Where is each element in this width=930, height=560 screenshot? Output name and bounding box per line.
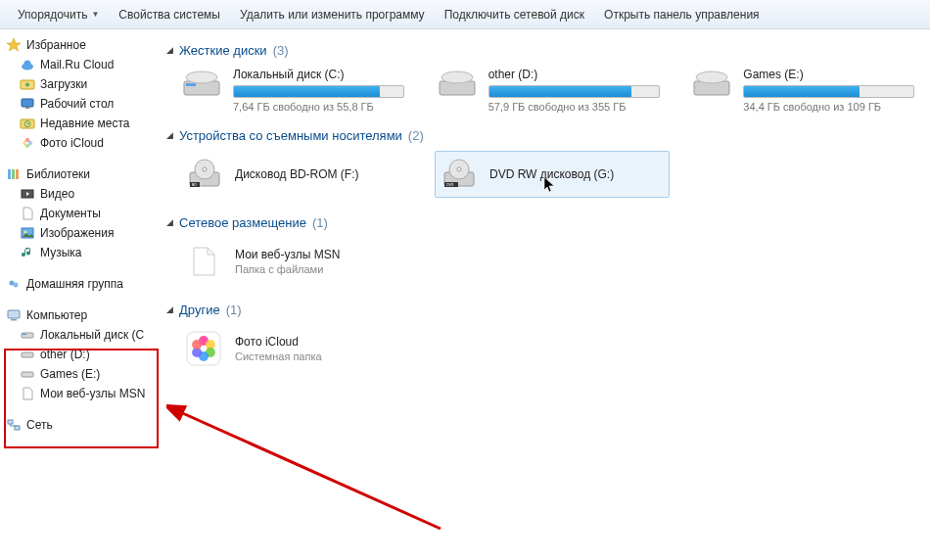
sidebar-item-label: Games (E:) (40, 367, 100, 381)
system-properties-button[interactable]: Свойства системы (109, 4, 230, 25)
drive-status: 57,9 ГБ свободно из 355 ГБ (488, 101, 660, 113)
svg-point-32 (186, 71, 217, 83)
netloc-row: Мои веб-узлы MSN Папка с файлами (155, 238, 922, 285)
sidebar-item-pictures[interactable]: Изображения (20, 223, 151, 243)
sidebar-item-desktop[interactable]: Рабочий стол (20, 94, 151, 114)
sidebar-computer: Компьютер Локальный диск (C other (D:) G… (6, 305, 151, 403)
collapse-icon: ◢ (166, 45, 173, 55)
section-count: (3) (273, 43, 289, 58)
svg-rect-22 (8, 310, 20, 318)
section-title: Жесткие диски (179, 43, 267, 58)
sidebar-libraries-header[interactable]: Библиотеки (6, 164, 151, 184)
map-drive-button[interactable]: Подключить сетевой диск (435, 4, 594, 25)
sidebar-item-mailru[interactable]: Mail.Ru Cloud (20, 55, 151, 74)
dvd-drive-icon: DVD (439, 155, 478, 194)
uninstall-program-button[interactable]: Удалить или изменить программу (230, 4, 435, 25)
svg-rect-24 (22, 333, 33, 338)
network-icon (6, 417, 22, 433)
drive-name: DVD RW дисковод (G:) (489, 167, 614, 181)
svg-rect-13 (8, 169, 11, 179)
sidebar-computer-label: Компьютер (26, 308, 87, 322)
homegroup-icon (6, 276, 22, 292)
computer-icon (6, 307, 22, 323)
section-netloc[interactable]: ◢ Сетевое размещение (1) (155, 210, 922, 234)
svg-point-36 (696, 71, 727, 83)
svg-point-2 (24, 61, 31, 68)
drive-icon (20, 347, 35, 362)
svg-marker-0 (7, 38, 21, 51)
sidebar-network-label: Сеть (26, 418, 53, 432)
recent-icon (20, 116, 35, 131)
drive-usage-bar (488, 85, 660, 98)
svg-rect-4 (22, 99, 33, 107)
sidebar-item-music[interactable]: Музыка (20, 243, 151, 262)
item-sub: Папка с файлами (235, 263, 340, 275)
svg-point-21 (14, 283, 19, 288)
section-title: Устройства со съемными носителями (179, 128, 402, 143)
organize-label: Упорядочить (18, 8, 87, 22)
hdd-icon (436, 66, 479, 101)
sidebar-favorites: Избранное Mail.Ru Cloud Загрузки Рабочий… (6, 35, 151, 153)
sidebar-item-drive-e[interactable]: Games (E:) (20, 364, 151, 384)
photos-app-icon (184, 329, 223, 368)
drive-e[interactable]: Games (E:) 34,4 ГБ свободно из 109 ГБ (690, 66, 922, 113)
sidebar-item-downloads[interactable]: Загрузки (20, 74, 151, 94)
drive-d[interactable]: other (D:) 57,9 ГБ свободно из 355 ГБ (436, 66, 668, 113)
document-icon (20, 206, 35, 221)
section-count: (1) (226, 303, 242, 317)
drives-row: Локальный диск (C:) 7,64 ГБ свободно из … (155, 66, 922, 113)
sidebar-item-msn[interactable]: Мои веб-узлы MSN (20, 384, 151, 403)
document-icon (20, 386, 35, 401)
photos-icon (20, 135, 35, 151)
drive-bdrom[interactable]: BD Дисковод BD-ROM (F:) (180, 151, 415, 198)
sidebar-network-header[interactable]: Сеть (6, 415, 151, 435)
item-sub: Системная папка (235, 350, 322, 362)
organize-menu[interactable]: Упорядочить ▼ (8, 4, 109, 25)
drive-usage-bar (233, 85, 404, 98)
netloc-msn[interactable]: Мои веб-узлы MSN Папка с файлами (180, 238, 415, 285)
collapse-icon: ◢ (166, 217, 173, 227)
section-removable[interactable]: ◢ Устройства со съемными носителями (2) (155, 122, 922, 147)
drive-c[interactable]: Локальный диск (C:) 7,64 ГБ свободно из … (180, 66, 412, 113)
sidebar-computer-header[interactable]: Компьютер (6, 305, 151, 325)
sidebar-favorites-header[interactable]: Избранное (6, 35, 151, 55)
drive-name: Локальный диск (C:) (233, 68, 404, 81)
svg-text:DVD: DVD (446, 183, 454, 187)
sidebar-item-video[interactable]: Видео (20, 184, 151, 204)
sidebar-item-label: Недавние места (40, 117, 129, 130)
sidebar-item-documents[interactable]: Документы (20, 204, 151, 223)
svg-point-12 (23, 141, 26, 145)
sidebar-item-icloud-photo[interactable]: Фото iCloud (20, 133, 151, 153)
drive-name: Дисковод BD-ROM (F:) (235, 167, 359, 181)
sidebar-item-recent[interactable]: Недавние места (20, 114, 151, 133)
drive-icon (20, 366, 35, 382)
sidebar-item-label: Загрузки (40, 77, 87, 91)
video-icon (20, 186, 35, 202)
svg-rect-5 (25, 107, 29, 109)
drive-dvdrw[interactable]: DVD DVD RW дисковод (G:) (435, 151, 670, 198)
svg-rect-31 (186, 83, 196, 86)
section-title: Сетевое размещение (179, 215, 306, 230)
sidebar-item-drive-c[interactable]: Локальный диск (C (20, 325, 151, 345)
bd-drive-icon: BD (184, 155, 223, 194)
control-panel-button[interactable]: Открыть панель управления (594, 4, 769, 25)
svg-rect-15 (16, 169, 19, 179)
sidebar-item-label: other (D:) (40, 348, 90, 361)
hdd-icon (180, 66, 223, 101)
music-icon (20, 245, 35, 260)
sidebar-libraries: Библиотеки Видео Документы Изображения (6, 164, 151, 262)
section-other[interactable]: ◢ Другие (1) (155, 297, 922, 321)
sidebar-item-label: Рабочий стол (40, 97, 114, 111)
item-name: Мои веб-узлы MSN (235, 248, 340, 261)
sidebar-libraries-label: Библиотеки (26, 167, 90, 181)
download-folder-icon (20, 76, 35, 92)
section-hard-disks[interactable]: ◢ Жесткие диски (3) (155, 37, 922, 62)
sidebar-item-label: Фото iCloud (40, 136, 104, 150)
desktop-icon (20, 96, 35, 112)
other-icloud-photos[interactable]: Фото iCloud Системная папка (180, 325, 415, 372)
sidebar-item-drive-d[interactable]: other (D:) (20, 345, 151, 364)
sidebar: Избранное Mail.Ru Cloud Загрузки Рабочий… (0, 29, 153, 560)
section-count: (1) (312, 215, 328, 230)
sidebar-homegroup-header[interactable]: Домашняя группа (6, 274, 151, 294)
sidebar-network: Сеть (6, 415, 151, 435)
